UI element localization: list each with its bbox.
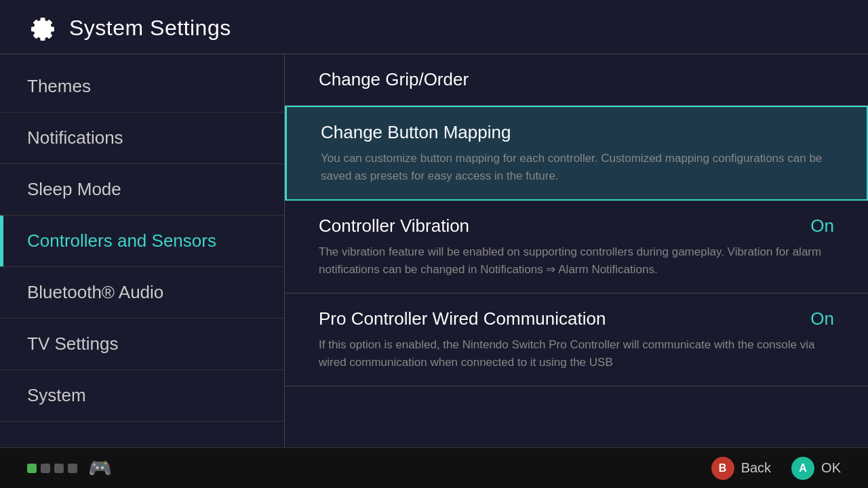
- back-label: Back: [741, 460, 771, 476]
- content-item-change-grip-order[interactable]: Change Grip/Order: [285, 54, 868, 106]
- content-item-title: Controller Vibration: [319, 216, 469, 237]
- b-button: B: [711, 457, 734, 480]
- content-item-header: Change Button Mapping: [321, 122, 833, 143]
- back-hint[interactable]: B Back: [711, 457, 771, 480]
- content-item-pro-controller-wired[interactable]: Pro Controller Wired Communication On If…: [285, 293, 868, 386]
- bottom-bar: 🎮 B Back A OK: [0, 447, 868, 488]
- dot-gray-1: [41, 464, 50, 473]
- content-item-title: Change Grip/Order: [319, 69, 469, 90]
- content-item-desc: You can customize button mapping for eac…: [321, 150, 833, 184]
- sidebar-item-label: Sleep Mode: [27, 179, 121, 200]
- dot-gray-2: [54, 464, 64, 473]
- sidebar: Themes Notifications Sleep Mode Controll…: [0, 54, 285, 447]
- sidebar-item-notifications[interactable]: Notifications: [0, 113, 284, 164]
- main-content: Themes Notifications Sleep Mode Controll…: [0, 54, 868, 447]
- header: System Settings: [0, 0, 868, 54]
- ok-hint[interactable]: A OK: [791, 457, 841, 480]
- b-button-label: B: [719, 462, 727, 474]
- sidebar-item-label: Controllers and Sensors: [27, 230, 216, 251]
- sidebar-item-label: TV Settings: [27, 333, 118, 354]
- page-title: System Settings: [69, 16, 231, 41]
- bottom-left: 🎮: [27, 457, 112, 479]
- content-item-value: On: [810, 216, 834, 237]
- a-button: A: [791, 457, 814, 480]
- sidebar-item-system[interactable]: System: [0, 370, 284, 422]
- settings-icon: [27, 14, 57, 43]
- content-item-desc: If this option is enabled, the Nintendo …: [319, 336, 834, 371]
- content-panel: Change Grip/Order Change Button Mapping …: [285, 54, 868, 447]
- sidebar-item-label: Bluetooth® Audio: [27, 282, 163, 303]
- content-item-header: Controller Vibration On: [319, 216, 834, 237]
- ok-label: OK: [821, 460, 841, 476]
- dot-gray-3: [68, 464, 77, 473]
- content-item-controller-vibration[interactable]: Controller Vibration On The vibration fe…: [285, 201, 868, 293]
- sidebar-item-label: Notifications: [27, 127, 123, 148]
- sidebar-item-themes[interactable]: Themes: [0, 61, 284, 113]
- sidebar-item-sleep-mode[interactable]: Sleep Mode: [0, 164, 284, 216]
- content-item-header: Change Grip/Order: [319, 69, 834, 90]
- bottom-right: B Back A OK: [711, 457, 841, 480]
- content-item-header: Pro Controller Wired Communication On: [319, 308, 834, 329]
- content-item-value: On: [810, 308, 834, 329]
- sidebar-item-label: Themes: [27, 76, 91, 97]
- dot-green: [27, 464, 37, 473]
- sidebar-item-label: System: [27, 385, 86, 406]
- controller-icon: 🎮: [88, 457, 112, 479]
- content-item-change-button-mapping[interactable]: Change Button Mapping You can customize …: [285, 106, 868, 201]
- sidebar-item-controllers-sensors[interactable]: Controllers and Sensors: [0, 216, 284, 267]
- sidebar-item-bluetooth-audio[interactable]: Bluetooth® Audio: [0, 267, 284, 319]
- sidebar-item-tv-settings[interactable]: TV Settings: [0, 319, 284, 370]
- content-item-desc: The vibration feature will be enabled on…: [319, 243, 834, 278]
- content-item-title: Pro Controller Wired Communication: [319, 308, 606, 329]
- a-button-label: A: [799, 462, 807, 474]
- content-item-title: Change Button Mapping: [321, 122, 511, 143]
